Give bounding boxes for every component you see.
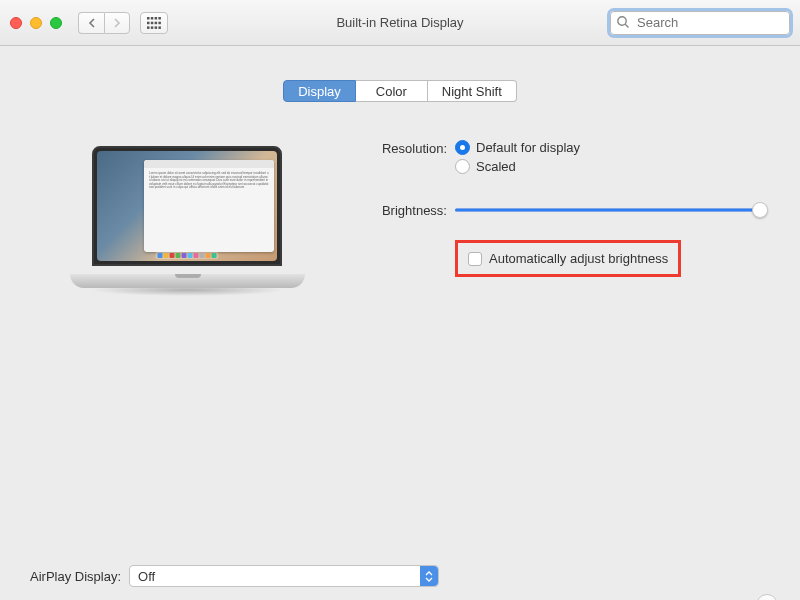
slider-thumb[interactable] xyxy=(752,202,768,218)
back-button[interactable] xyxy=(78,12,104,34)
tab-night-shift[interactable]: Night Shift xyxy=(428,80,517,102)
close-window-button[interactable] xyxy=(10,17,22,29)
svg-rect-2 xyxy=(155,17,158,20)
airplay-value: Off xyxy=(138,569,155,584)
svg-rect-3 xyxy=(158,17,161,20)
svg-rect-10 xyxy=(155,26,158,29)
brightness-label: Brightness: xyxy=(355,202,455,218)
airplay-dropdown[interactable]: Off xyxy=(129,565,439,587)
bottom-controls: AirPlay Display: Off Show mirroring opti… xyxy=(30,565,778,600)
minimize-window-button[interactable] xyxy=(30,17,42,29)
svg-point-12 xyxy=(618,16,626,24)
svg-rect-0 xyxy=(147,17,150,20)
dropdown-stepper-icon xyxy=(420,566,438,586)
laptop-illustration: Lorem ipsum dolor sit amet consectetur a… xyxy=(70,138,305,288)
resolution-default-radio[interactable]: Default for display xyxy=(455,140,760,155)
zoom-window-button[interactable] xyxy=(50,17,62,29)
auto-brightness-row: Automatically adjust brightness xyxy=(455,240,681,277)
svg-rect-7 xyxy=(158,21,161,24)
window-titlebar: Built-in Retina Display xyxy=(0,0,800,46)
resolution-scaled-radio[interactable]: Scaled xyxy=(455,159,760,174)
svg-rect-8 xyxy=(147,26,150,29)
chevron-right-icon xyxy=(113,18,121,28)
brightness-slider[interactable] xyxy=(455,208,760,212)
display-controls: Resolution: Default for display Scaled B… xyxy=(355,138,760,288)
auto-brightness-label: Automatically adjust brightness xyxy=(489,251,668,266)
tab-display[interactable]: Display xyxy=(283,80,356,102)
tab-bar: Display Color Night Shift xyxy=(0,80,800,102)
svg-line-13 xyxy=(625,24,628,27)
radio-unselected-icon xyxy=(455,159,470,174)
resolution-default-label: Default for display xyxy=(476,140,580,155)
show-all-prefs-button[interactable] xyxy=(140,12,168,34)
grid-icon xyxy=(147,17,161,29)
svg-rect-6 xyxy=(155,21,158,24)
nav-buttons xyxy=(78,12,130,34)
resolution-scaled-label: Scaled xyxy=(476,159,516,174)
auto-brightness-checkbox[interactable] xyxy=(468,252,482,266)
search-wrap xyxy=(610,11,790,35)
resolution-label: Resolution: xyxy=(355,140,455,178)
airplay-label: AirPlay Display: xyxy=(30,569,121,584)
svg-rect-5 xyxy=(151,21,154,24)
svg-rect-4 xyxy=(147,21,150,24)
chevron-left-icon xyxy=(88,18,96,28)
svg-rect-9 xyxy=(151,26,154,29)
preference-pane-body: Display Color Night Shift Lorem ipsum do… xyxy=(0,80,800,600)
help-button[interactable]: ? xyxy=(756,594,778,600)
forward-button[interactable] xyxy=(104,12,130,34)
traffic-lights xyxy=(10,17,62,29)
search-icon xyxy=(616,15,630,32)
display-preview: Lorem ipsum dolor sit amet consectetur a… xyxy=(70,138,305,288)
tab-color[interactable]: Color xyxy=(356,80,428,102)
svg-rect-1 xyxy=(151,17,154,20)
search-input[interactable] xyxy=(610,11,790,35)
radio-selected-icon xyxy=(455,140,470,155)
svg-rect-11 xyxy=(158,26,161,29)
